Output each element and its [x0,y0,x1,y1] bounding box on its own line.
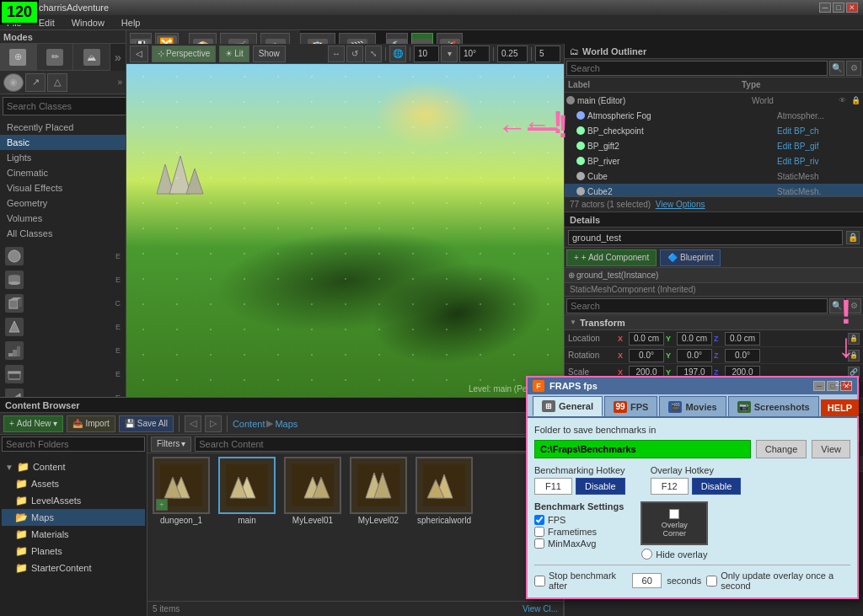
cb-tree-planets[interactable]: 📁 Planets [2,543,145,560]
minmaxavg-checkbox[interactable] [534,538,544,549]
location-x-value[interactable]: 0.0 cm [629,332,664,345]
rotation-x-value[interactable]: 0.0° [629,349,664,362]
asset-dungeon1[interactable]: + dungeon_1 [151,457,212,525]
minimize-button[interactable]: ─ [819,3,831,13]
asset-sphericalworld[interactable]: sphericalworld [414,457,474,525]
world-outliner-options-button[interactable]: ⚙ [846,61,861,76]
actor-name-input[interactable] [568,230,843,245]
asset-main[interactable]: main [217,457,277,525]
details-options-button[interactable]: ⚙ [846,298,861,313]
object-row-3[interactable]: C [2,292,124,315]
only-update-checkbox[interactable] [706,576,717,587]
location-y-value[interactable]: 0.0 cm [677,332,712,345]
benchmarking-hotkey-input[interactable] [534,478,572,495]
cb-tree-assets[interactable]: 📁 Assets [2,475,145,492]
hide-overlay-radio[interactable] [641,549,652,560]
world-outliner-search-button[interactable]: 🔍 [829,61,844,76]
cb-tree-startercontent[interactable]: 📁 StarterContent [2,560,145,576]
object-row-1[interactable]: E [2,244,124,268]
cb-tree-content[interactable]: ▼ 📁 Content [2,458,145,475]
menu-help[interactable]: Help [118,18,144,28]
triangle-icon-btn[interactable]: △ [47,73,67,92]
translate-icon-btn[interactable]: ↔ [328,46,345,62]
wo-row-bp-checkpoint[interactable]: BP_checkpoint Edit BP_ch [565,123,863,138]
category-basic[interactable]: Basic [0,135,126,150]
wo-row-bp-river[interactable]: BP_river Edit BP_riv [565,153,863,169]
panel-expand-button[interactable]: » [117,78,122,87]
view-options-link[interactable]: View Options [656,200,705,209]
object-row-5[interactable]: E [2,339,124,362]
overlay-disable-button[interactable]: Disable [692,478,742,495]
fraps-folder-path-input[interactable] [534,440,751,458]
fraps-tab-movies[interactable]: 🎬 Movies [659,396,726,416]
add-new-button[interactable]: + Add New ▾ [3,415,63,432]
fraps-view-button[interactable]: View [812,440,850,458]
menu-window[interactable]: Window [68,18,108,28]
wo-row-cube2[interactable]: Cube2 StaticMesh. [565,184,863,196]
wo-row-main[interactable]: main (Editor) World 👁 🔒 [565,93,863,108]
cb-tree-materials[interactable]: 📁 Materials [2,526,145,543]
asset-mylevel01[interactable]: MyLevel01 [282,457,343,525]
add-component-button[interactable]: + + Add Component [566,249,657,266]
fraps-help-button[interactable]: HELP [821,399,859,416]
actor-lock-button[interactable]: 🔒 [846,231,860,244]
cb-tree-levelassets[interactable]: 📁 LevelAssets [2,492,145,509]
world-icon-btn[interactable]: 🌐 [389,46,406,62]
rotation-z-value[interactable]: 0.0° [725,349,760,362]
fraps-change-button[interactable]: Change [756,440,807,458]
content-search-input[interactable] [195,437,541,452]
frametimes-checkbox[interactable] [534,527,544,537]
mode-tab-paint[interactable]: ✏ [37,44,74,71]
category-all-classes[interactable]: All Classes [0,226,126,241]
save-all-button[interactable]: 💾 Save All [119,415,174,432]
viewport-show-button[interactable]: Show [253,46,286,62]
viewport-back-button[interactable]: ◁ [130,46,148,62]
details-search-button[interactable]: 🔍 [829,298,844,313]
wo-row-bp-gift2[interactable]: BP_gift2 Edit BP_gif [565,138,863,153]
scale-icon-btn[interactable]: ⤡ [365,46,382,62]
stop-seconds-input[interactable] [632,573,662,588]
fraps-minimize-button[interactable]: ─ [813,381,825,391]
cb-path-maps[interactable]: Maps [275,419,297,429]
blueprint-button[interactable]: 🔷 Blueprint [660,249,721,266]
close-button[interactable]: ✕ [846,3,858,13]
category-volumes[interactable]: Volumes [0,211,126,226]
fraps-tab-screenshots[interactable]: 📷 Screenshots [728,396,819,416]
wo-row-atm-fog[interactable]: Atmospheric Fog Atmospher... [565,108,863,123]
fps-checkbox[interactable] [534,515,544,525]
details-search-input[interactable] [566,298,828,313]
world-outliner-search-input[interactable] [566,61,828,76]
benchmarking-disable-button[interactable]: Disable [576,478,625,495]
stop-benchmark-checkbox[interactable] [534,576,545,587]
overlay-corner-button[interactable]: OverlayCorner [641,501,708,545]
object-row-4[interactable]: E [2,315,124,339]
cb-tree-maps[interactable]: 📂 Maps [2,509,145,526]
wo-row-cube[interactable]: Cube StaticMesh [565,169,863,184]
asset-mylevel02[interactable]: MyLevel02 [348,457,409,525]
category-recently-placed[interactable]: Recently Placed [0,120,126,135]
cb-path-content[interactable]: Content [233,419,265,429]
cb-folder-search-input[interactable] [2,437,145,452]
maximize-button[interactable]: □ [833,3,844,13]
mode-tab-landscape[interactable]: ⛰ [73,44,110,71]
viewport-lit-button[interactable]: ☀ Lit [219,46,249,62]
rotate-icon-btn[interactable]: ↺ [346,46,363,62]
location-lock[interactable]: 🔒 [848,333,860,345]
cb-back-button[interactable]: ◁ [185,415,201,432]
rotation-lock[interactable]: 🔒 [848,350,860,362]
category-visual-effects[interactable]: Visual Effects [0,180,126,196]
filters-button[interactable]: Filters ▾ [151,437,191,452]
expand-modes-button[interactable]: » [110,44,126,71]
mode-tab-place[interactable]: ⊕ [0,44,37,71]
viewport-perspective-button[interactable]: ⊹ Perspective [152,46,216,62]
transform-section-header[interactable]: ▼ Transform [565,315,863,330]
category-lights[interactable]: Lights [0,150,126,165]
grid-dropdown-button[interactable]: ▾ [441,46,458,62]
object-row-6[interactable]: E [2,362,124,386]
fraps-tab-fps[interactable]: 99 FPS [604,396,657,416]
search-classes-input[interactable] [3,97,126,115]
sphere-icon-btn[interactable]: ◉ [3,73,24,92]
object-row-2[interactable]: E [2,268,124,292]
location-z-value[interactable]: 0.0 cm [725,332,760,345]
category-cinematic[interactable]: Cinematic [0,165,126,180]
